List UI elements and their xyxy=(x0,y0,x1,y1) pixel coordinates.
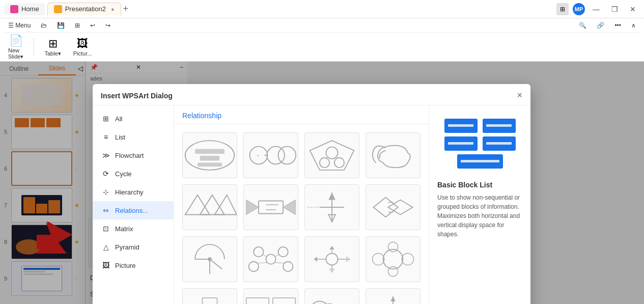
svg-rect-88 xyxy=(486,142,512,145)
shape-item-7[interactable] xyxy=(304,184,359,230)
shape-item-16[interactable] xyxy=(366,288,421,304)
titlebar: Home Presentation2 ● + ⊞ MP — ❐ ✕ xyxy=(0,0,644,18)
svg-marker-75 xyxy=(390,296,396,301)
shape-item-2[interactable]: + xyxy=(243,132,298,178)
svg-line-39 xyxy=(262,254,267,257)
preview-image xyxy=(439,114,521,175)
svg-rect-87 xyxy=(448,142,473,145)
svg-line-41 xyxy=(258,263,267,263)
nav-item-hierarchy[interactable]: ⊹ Hierarchy xyxy=(93,183,174,201)
preview-title: Basic Block List xyxy=(437,181,492,189)
nav-item-cycle[interactable]: ⟳ Cycle xyxy=(93,164,174,183)
new-slide-label: NewSlide▾ xyxy=(8,47,23,60)
nav-item-pyramid[interactable]: △ Pyramid xyxy=(93,238,174,256)
collapse-icon[interactable]: ∧ xyxy=(629,21,638,30)
shape-item-6[interactable] xyxy=(243,184,298,230)
toolbar-row: 📄 NewSlide▾ ⊞ Table▾ 🖼 Pictur... xyxy=(4,33,640,61)
shape-item-9[interactable] xyxy=(182,236,237,282)
svg-point-43 xyxy=(326,253,338,265)
menu-toggle[interactable]: ☰ Menu xyxy=(6,21,33,30)
menu-bar: ☰ Menu 🗁 💾 ⊞ ↩ ↪ 🔍 🔗 ••• ∧ xyxy=(4,18,640,33)
shape-item-3[interactable] xyxy=(304,132,359,178)
shape-item-11[interactable] xyxy=(304,236,359,282)
svg-marker-50 xyxy=(314,257,317,262)
table-label: Table▾ xyxy=(44,50,61,57)
table-button[interactable]: ⊞ Table▾ xyxy=(40,35,65,59)
svg-point-54 xyxy=(402,253,413,265)
dialog-close-button[interactable]: × xyxy=(517,90,522,101)
nav-item-picture[interactable]: 🖼 Picture xyxy=(93,256,174,274)
home-tab[interactable]: Home xyxy=(4,3,45,15)
svg-point-12 xyxy=(320,158,329,168)
svg-rect-85 xyxy=(448,124,473,127)
matrix-icon: ⊡ xyxy=(101,224,111,234)
undo-icon[interactable]: ↩ xyxy=(88,21,97,30)
add-tab-button[interactable]: + xyxy=(123,4,129,14)
shape-item-8[interactable] xyxy=(366,184,421,230)
close-button[interactable]: ✕ xyxy=(626,2,640,16)
shape-item-10[interactable] xyxy=(243,236,298,282)
svg-point-56 xyxy=(388,266,398,276)
svg-point-69 xyxy=(310,301,330,304)
save-icon[interactable]: 💾 xyxy=(55,21,67,30)
svg-marker-18 xyxy=(246,200,259,215)
shape-item-1[interactable] xyxy=(182,132,237,178)
svg-rect-89 xyxy=(461,160,499,162)
table-icon: ⊞ xyxy=(48,37,58,50)
nav-item-all[interactable]: ⊞ All xyxy=(93,109,174,128)
home-tab-label: Home xyxy=(21,5,39,13)
flowchart-icon: ≫ xyxy=(101,150,111,160)
more-icon[interactable]: ••• xyxy=(612,21,623,30)
svg-marker-48 xyxy=(329,246,334,250)
presentation-tab[interactable]: Presentation2 ● xyxy=(47,3,121,16)
shape-item-13[interactable] xyxy=(182,288,237,304)
redo-icon[interactable]: ↪ xyxy=(103,21,113,30)
list-icon: ≡ xyxy=(101,132,111,142)
open-file-icon[interactable]: 🗁 xyxy=(39,21,49,30)
minimize-button[interactable]: — xyxy=(589,2,603,16)
shape-item-12[interactable] xyxy=(366,236,421,282)
search-icon[interactable]: 🔍 xyxy=(577,21,589,30)
dialog-preview: Basic Block List Use to show non-sequent… xyxy=(429,105,530,304)
svg-point-9 xyxy=(278,147,296,164)
svg-rect-3 xyxy=(195,149,225,154)
nav-item-flowchart[interactable]: ≫ Flowchart xyxy=(93,146,174,164)
new-slide-button[interactable]: 📄 NewSlide▾ xyxy=(4,32,27,62)
svg-point-11 xyxy=(326,147,338,159)
svg-rect-5 xyxy=(198,162,222,167)
svg-point-13 xyxy=(334,158,344,168)
maximize-button[interactable]: ❐ xyxy=(607,2,622,16)
shape-item-15[interactable] xyxy=(304,288,359,304)
all-icon: ⊞ xyxy=(101,114,111,124)
dialog-body: ⊞ All ≡ List ≫ Flowchart ⟳ Cycle xyxy=(93,105,530,304)
window-grid-button[interactable]: ⊞ xyxy=(556,3,569,15)
content-header: Relationship xyxy=(174,105,429,124)
user-avatar[interactable]: MP xyxy=(573,3,585,15)
svg-rect-57 xyxy=(203,298,217,304)
svg-rect-66 xyxy=(273,298,295,304)
svg-rect-64 xyxy=(246,298,269,304)
svg-point-33 xyxy=(208,257,212,261)
nav-item-matrix[interactable]: ⊡ Matrix xyxy=(93,219,174,238)
svg-point-8 xyxy=(267,147,285,164)
svg-line-42 xyxy=(275,263,285,263)
svg-text:+: + xyxy=(257,153,260,158)
relations-icon: ⇔ xyxy=(101,205,111,215)
svg-point-53 xyxy=(373,253,384,265)
nav-item-list[interactable]: ≡ List xyxy=(93,128,174,146)
svg-line-40 xyxy=(275,254,280,257)
window-controls: ⊞ MP — ❐ ✕ xyxy=(556,2,640,16)
dialog-nav: ⊞ All ≡ List ≫ Flowchart ⟳ Cycle xyxy=(93,105,174,304)
shape-item-14[interactable] xyxy=(243,288,298,304)
tab-close-icon[interactable]: ● xyxy=(111,6,115,12)
share-icon[interactable]: 🔗 xyxy=(595,21,606,30)
svg-marker-29 xyxy=(373,198,398,217)
nav-item-relations[interactable]: ⇔ Relations... xyxy=(93,201,174,219)
picture-button[interactable]: 🖼 Pictur... xyxy=(69,35,96,59)
format-icon[interactable]: ⊞ xyxy=(73,21,82,30)
shape-item-5[interactable] xyxy=(182,184,237,230)
picture-icon: 🖼 xyxy=(101,260,111,270)
picture-icon: 🖼 xyxy=(77,37,88,50)
preview-description: Use to show non-sequential or grouped bl… xyxy=(437,193,522,239)
shape-item-4[interactable] xyxy=(366,132,421,178)
